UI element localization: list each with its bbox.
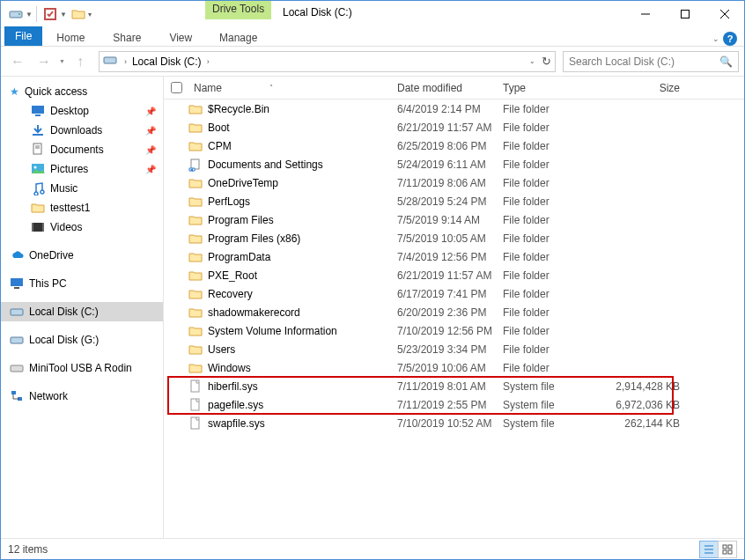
disk-icon xyxy=(6,4,26,24)
file-date: 6/4/2019 2:14 PM xyxy=(397,103,503,115)
maximize-button[interactable] xyxy=(665,1,704,27)
svg-rect-21 xyxy=(11,309,23,315)
content-area: ★ Quick access Desktop📌 Downloads📌 Docum… xyxy=(1,77,744,554)
properties-icon[interactable] xyxy=(41,4,60,24)
sidebar-item-documents[interactable]: Documents📌 xyxy=(1,140,163,159)
file-row[interactable]: hiberfil.sys7/11/2019 8:01 AMSystem file… xyxy=(164,377,744,395)
customize-qat-icon[interactable]: ▾ xyxy=(88,11,92,18)
file-icon xyxy=(188,232,203,246)
drive-tools-tab[interactable]: Drive Tools xyxy=(205,1,271,19)
details-view-button[interactable] xyxy=(699,541,719,558)
file-type: File folder xyxy=(503,158,604,171)
address-bar[interactable]: › Local Disk (C:) › ⌄ ↻ xyxy=(99,51,556,72)
sidebar-item-local-g[interactable]: Local Disk (G:) xyxy=(1,330,163,350)
recent-locations-icon[interactable]: ▼ xyxy=(59,58,65,64)
home-tab[interactable]: Home xyxy=(42,30,99,46)
file-list[interactable]: $Recycle.Bin6/4/2019 2:14 PMFile folderB… xyxy=(164,99,744,554)
file-row[interactable]: Boot6/21/2019 11:57 AMFile folder xyxy=(164,118,744,136)
svg-rect-0 xyxy=(10,11,22,18)
file-name: hiberfil.sys xyxy=(208,380,258,393)
file-date: 5/23/2019 3:34 PM xyxy=(397,343,503,356)
downloads-icon xyxy=(31,123,45,137)
file-date: 7/5/2019 10:06 AM xyxy=(397,362,503,374)
file-row[interactable]: ProgramData7/4/2019 12:56 PMFile folder xyxy=(164,247,744,266)
breadcrumb[interactable]: Local Disk (C:) xyxy=(129,55,205,68)
new-folder-icon[interactable] xyxy=(69,4,88,24)
file-row[interactable]: PXE_Root6/21/2019 11:57 AMFile folder xyxy=(164,266,744,284)
file-row[interactable]: System Volume Information7/10/2019 12:56… xyxy=(164,321,744,340)
sidebar-item-minitool[interactable]: MiniTool USB A Rodin xyxy=(1,358,163,378)
search-icon: 🔍 xyxy=(719,55,733,68)
quick-access[interactable]: ★ Quick access xyxy=(1,82,163,101)
chevron-right-icon[interactable]: › xyxy=(205,57,211,66)
sidebar-item-music[interactable]: Music xyxy=(1,179,163,198)
manage-tab[interactable]: Manage xyxy=(205,30,271,46)
column-header-type[interactable]: Type xyxy=(503,82,604,94)
chevron-right-icon[interactable]: › xyxy=(122,57,129,66)
close-button[interactable] xyxy=(704,1,744,27)
file-row[interactable]: Users5/23/2019 3:34 PMFile folder xyxy=(164,340,744,358)
help-icon[interactable]: ? xyxy=(723,32,737,46)
svg-rect-16 xyxy=(32,223,44,232)
file-date: 5/24/2019 6:11 AM xyxy=(397,158,503,171)
svg-rect-28 xyxy=(191,159,199,169)
file-type: File folder xyxy=(503,306,604,319)
thumbnails-view-button[interactable] xyxy=(718,541,737,558)
sidebar-item-local-c[interactable]: Local Disk (C:) xyxy=(1,302,163,321)
file-row[interactable]: shadowmakerecord6/20/2019 2:36 PMFile fo… xyxy=(164,303,744,321)
file-row[interactable]: CPM6/25/2019 8:06 PMFile folder xyxy=(164,136,744,155)
qat-dropdown-icon[interactable]: ▼ xyxy=(26,11,33,18)
share-tab[interactable]: Share xyxy=(99,30,155,46)
sidebar-item-network[interactable]: Network xyxy=(1,387,163,406)
file-tab[interactable]: File xyxy=(4,26,42,46)
disk-icon xyxy=(103,55,119,69)
column-header-name[interactable]: Name˄ xyxy=(188,82,397,94)
forward-button[interactable]: → xyxy=(33,50,55,73)
column-header-size[interactable]: Size xyxy=(604,82,683,94)
file-row[interactable]: OneDriveTemp7/11/2019 8:06 AMFile folder xyxy=(164,173,744,192)
sidebar-item-testtest1[interactable]: testtest1 xyxy=(1,198,163,217)
file-row[interactable]: pagefile.sys7/11/2019 2:55 PMSystem file… xyxy=(164,395,744,414)
search-input[interactable]: Search Local Disk (C:) 🔍 xyxy=(563,51,739,72)
star-icon: ★ xyxy=(10,85,19,98)
column-header-date[interactable]: Date modified xyxy=(397,82,503,94)
file-row[interactable]: swapfile.sys7/10/2019 10:52 AMSystem fil… xyxy=(164,414,744,432)
address-dropdown-icon[interactable]: ⌄ xyxy=(529,57,535,65)
file-row[interactable]: Windows7/5/2019 10:06 AMFile folder xyxy=(164,358,744,377)
svg-rect-4 xyxy=(681,11,689,18)
sidebar-item-thispc[interactable]: This PC xyxy=(1,274,163,293)
back-button[interactable]: ← xyxy=(6,50,29,73)
file-icon xyxy=(188,287,203,301)
sidebar-item-downloads[interactable]: Downloads📌 xyxy=(1,121,163,140)
refresh-icon[interactable]: ↻ xyxy=(542,55,551,68)
file-row[interactable]: PerfLogs5/28/2019 5:24 PMFile folder xyxy=(164,192,744,210)
sort-ascending-icon: ˄ xyxy=(269,84,273,92)
file-name: ProgramData xyxy=(208,251,270,263)
file-row[interactable]: Documents and Settings5/24/2019 6:11 AMF… xyxy=(164,155,744,173)
file-row[interactable]: Program Files7/5/2019 9:14 AMFile folder xyxy=(164,210,744,229)
file-name: Recovery xyxy=(208,288,253,300)
pictures-icon xyxy=(31,162,45,176)
properties-dropdown-icon[interactable]: ▼ xyxy=(60,11,67,18)
sidebar-item-pictures[interactable]: Pictures📌 xyxy=(1,159,163,179)
ribbon-expand-icon[interactable]: ⌄ xyxy=(712,34,719,43)
file-row[interactable]: Recovery6/17/2019 7:41 PMFile folder xyxy=(164,284,744,303)
file-type: File folder xyxy=(503,214,604,226)
quick-access-toolbar: ▼ ▼ ▾ xyxy=(1,4,92,24)
svg-rect-36 xyxy=(728,545,732,549)
onedrive-icon xyxy=(10,248,24,262)
file-name: $Recycle.Bin xyxy=(208,103,269,115)
sidebar-item-videos[interactable]: Videos xyxy=(1,217,163,237)
file-date: 6/21/2019 11:57 AM xyxy=(397,269,503,282)
select-all-checkbox[interactable] xyxy=(164,82,188,93)
file-row[interactable]: Program Files (x86)7/5/2019 10:05 AMFile… xyxy=(164,229,744,247)
up-button[interactable]: ↑ xyxy=(69,50,92,73)
folder-icon xyxy=(31,201,45,215)
view-tab[interactable]: View xyxy=(155,30,206,46)
file-row[interactable]: $Recycle.Bin6/4/2019 2:14 PMFile folder xyxy=(164,99,744,118)
minimize-button[interactable] xyxy=(625,1,665,27)
sidebar-item-desktop[interactable]: Desktop📌 xyxy=(1,101,163,121)
svg-rect-30 xyxy=(191,399,199,410)
file-name: Program Files (x86) xyxy=(208,232,300,245)
sidebar-item-onedrive[interactable]: OneDrive xyxy=(1,246,163,265)
